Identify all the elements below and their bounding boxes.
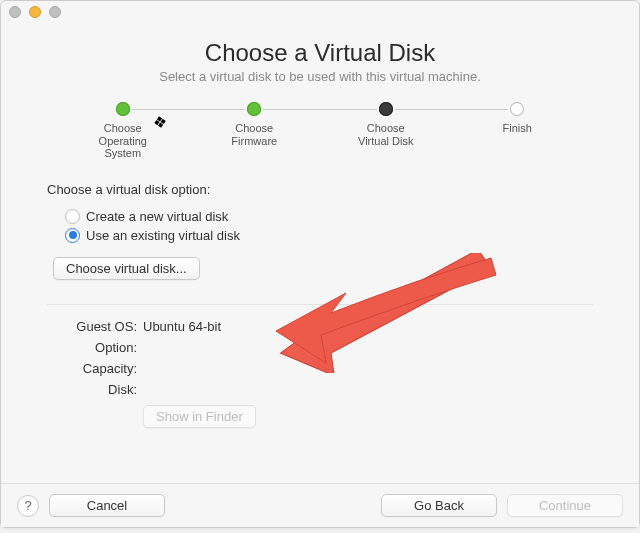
option-label: Option: — [55, 340, 143, 355]
wizard-window: ❖ Choose a Virtual Disk Select a virtual… — [0, 0, 640, 528]
step-dot-icon — [247, 102, 261, 116]
guest-os-label: Guest OS: — [55, 319, 143, 334]
disk-label: Disk: — [55, 382, 143, 397]
step-dot-icon — [379, 102, 393, 116]
help-button[interactable]: ? — [17, 495, 39, 517]
option-value — [143, 340, 593, 355]
radio-create-new[interactable]: Create a new virtual disk — [65, 209, 593, 224]
step-choose-os: Choose Operating System — [57, 102, 189, 160]
stepper: Choose Operating System Choose Firmware … — [57, 102, 583, 160]
choose-virtual-disk-button[interactable]: Choose virtual disk... — [53, 257, 200, 280]
show-in-finder-button: Show in Finder — [143, 405, 256, 428]
summary-table: Guest OS: Ubuntu 64-bit Option: Capacity… — [55, 319, 593, 397]
radio-icon — [65, 209, 80, 224]
guest-os-value: Ubuntu 64-bit — [143, 319, 593, 334]
divider — [47, 304, 593, 305]
zoom-icon[interactable] — [49, 6, 61, 18]
close-icon[interactable] — [9, 6, 21, 18]
capacity-label: Capacity: — [55, 361, 143, 376]
capacity-value — [143, 361, 593, 376]
continue-button: Continue — [507, 494, 623, 517]
disk-value — [143, 382, 593, 397]
cancel-button[interactable]: Cancel — [49, 494, 165, 517]
page-subtitle: Select a virtual disk to be used with th… — [47, 69, 593, 84]
section-label: Choose a virtual disk option: — [47, 182, 593, 197]
titlebar — [1, 1, 639, 23]
step-choose-firmware: Choose Firmware — [189, 102, 321, 147]
footer: ? Cancel Go Back Continue — [1, 483, 639, 527]
radio-icon — [65, 228, 80, 243]
radio-label: Use an existing virtual disk — [86, 228, 240, 243]
radio-group: Create a new virtual disk Use an existin… — [65, 205, 593, 247]
go-back-button[interactable]: Go Back — [381, 494, 497, 517]
page-title: Choose a Virtual Disk — [47, 39, 593, 67]
radio-use-existing[interactable]: Use an existing virtual disk — [65, 228, 593, 243]
step-choose-virtual-disk: Choose Virtual Disk — [320, 102, 452, 147]
minimize-icon[interactable] — [29, 6, 41, 18]
step-finish: Finish — [452, 102, 584, 135]
step-dot-icon — [116, 102, 130, 116]
radio-label: Create a new virtual disk — [86, 209, 228, 224]
step-dot-icon — [510, 102, 524, 116]
